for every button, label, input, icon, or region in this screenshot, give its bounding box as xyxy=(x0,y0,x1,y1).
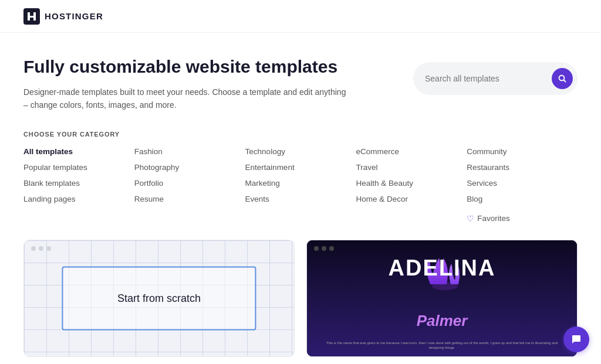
category-blank-templates[interactable]: Blank templates xyxy=(23,178,134,189)
card-description-text: This is the name that was given to me be… xyxy=(307,341,577,351)
logo-text: HOSTINGER xyxy=(45,11,103,21)
category-portfolio[interactable]: Portfolio xyxy=(134,178,245,189)
palmer-name-text: Palmer xyxy=(307,312,577,330)
search-input[interactable] xyxy=(425,74,552,83)
search-button[interactable] xyxy=(552,68,573,89)
categories-section: CHOOSE YOUR CATEGORY All templates Popul… xyxy=(23,131,578,223)
category-blog[interactable]: Blog xyxy=(467,193,578,205)
scratch-from-scratch-card[interactable]: Start from scratch xyxy=(23,240,295,357)
chat-icon xyxy=(570,334,582,345)
dot xyxy=(322,246,326,251)
header: HOSTINGER xyxy=(0,0,601,33)
category-col-4: eCommerce Travel Health & Beauty Home & … xyxy=(356,146,467,223)
category-services[interactable]: Services xyxy=(467,178,578,189)
category-grid: All templates Popular templates Blank te… xyxy=(23,146,578,223)
category-marketing[interactable]: Marketing xyxy=(245,178,356,189)
category-col-1: All templates Popular templates Blank te… xyxy=(23,146,134,223)
category-photography[interactable]: Photography xyxy=(134,162,245,173)
svg-line-2 xyxy=(564,80,566,82)
search-container xyxy=(413,62,578,95)
logo-icon xyxy=(23,8,40,25)
category-travel[interactable]: Travel xyxy=(356,162,467,173)
category-label: CHOOSE YOUR CATEGORY xyxy=(23,131,578,138)
category-col-5: Community Restaurants Services Blog ♡ Fa… xyxy=(467,146,578,223)
favorites-link[interactable]: ♡ Favorites xyxy=(467,214,578,223)
page-title: Fully customizable website templates xyxy=(23,56,352,77)
category-restaurants[interactable]: Restaurants xyxy=(467,162,578,173)
category-health-beauty[interactable]: Health & Beauty xyxy=(356,178,467,189)
category-landing-pages[interactable]: Landing pages xyxy=(23,193,134,205)
adelina-palmer-card[interactable]: ADELINA Palmer This is the name that was… xyxy=(306,240,578,357)
adelina-name-text: ADELINA xyxy=(307,257,577,279)
dot xyxy=(314,246,319,251)
scratch-inner-box: Start from scratch xyxy=(62,266,256,330)
hero-subtitle: Designer-made templates built to meet yo… xyxy=(23,86,352,112)
category-community[interactable]: Community xyxy=(467,146,578,157)
category-fashion[interactable]: Fashion xyxy=(134,146,245,157)
search-icon xyxy=(558,74,567,83)
favorites-label: Favorites xyxy=(477,214,510,223)
category-events[interactable]: Events xyxy=(245,193,356,205)
cards-row: Start from scratch xyxy=(23,240,578,357)
category-entertainment[interactable]: Entertainment xyxy=(245,162,356,173)
category-all-templates[interactable]: All templates xyxy=(23,146,134,157)
category-resume[interactable]: Resume xyxy=(134,193,245,205)
card-dots-2 xyxy=(307,240,341,257)
hero-text: Fully customizable website templates Des… xyxy=(23,56,352,112)
category-home-decor[interactable]: Home & Decor xyxy=(356,193,467,205)
logo[interactable]: HOSTINGER xyxy=(23,8,103,25)
top-section: Fully customizable website templates Des… xyxy=(23,56,578,112)
category-technology[interactable]: Technology xyxy=(245,146,356,157)
category-popular-templates[interactable]: Popular templates xyxy=(23,162,134,173)
heart-icon: ♡ xyxy=(467,214,474,223)
category-col-2: Fashion Photography Portfolio Resume xyxy=(134,146,245,223)
category-col-3: Technology Entertainment Marketing Event… xyxy=(245,146,356,223)
main-content: Fully customizable website templates Des… xyxy=(0,33,601,357)
chat-button[interactable] xyxy=(563,326,589,352)
category-ecommerce[interactable]: eCommerce xyxy=(356,146,467,157)
search-area xyxy=(413,62,578,95)
scratch-card-label: Start from scratch xyxy=(117,292,201,304)
dark-card-content: ADELINA Palmer This is the name that was… xyxy=(307,240,577,356)
dot xyxy=(329,246,334,251)
